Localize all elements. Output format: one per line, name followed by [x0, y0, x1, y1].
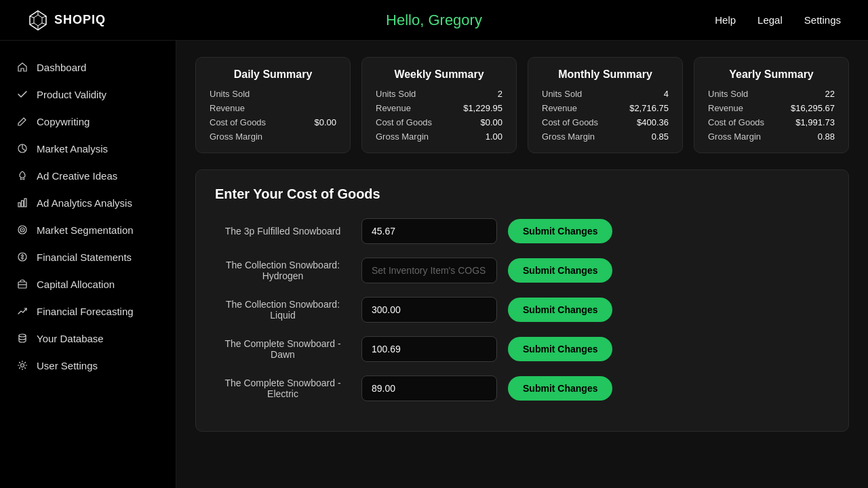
cog-input-complete-dawn[interactable]	[361, 336, 497, 362]
sidebar-item-product-validity[interactable]: Product Validity	[0, 81, 176, 107]
yearly-margin-value: 0.88	[818, 131, 835, 142]
weekly-summary-card: Weekly Summary Units Sold 2 Revenue $1,2…	[361, 57, 517, 153]
cog-label-complete-electric: The Complete Snowboard - Electric	[215, 378, 351, 399]
sidebar-item-user-settings[interactable]: User Settings	[0, 352, 176, 378]
monthly-revenue-label: Revenue	[542, 103, 577, 113]
daily-units-label: Units Sold	[210, 89, 250, 99]
yearly-margin-label: Gross Margin	[708, 131, 761, 142]
weekly-units-value: 2	[498, 89, 502, 99]
bar-chart-icon	[16, 197, 28, 209]
logo-text: SHOPIQ	[54, 13, 106, 27]
greeting-text: Hello, Gregory	[386, 12, 482, 29]
sidebar-item-market-analysis[interactable]: Market Analysis	[0, 136, 176, 161]
chart-pie-icon	[16, 142, 28, 155]
monthly-summary-card: Monthly Summary Units Sold 4 Revenue $2,…	[528, 57, 683, 153]
sidebar-item-your-database[interactable]: Your Database	[0, 325, 176, 351]
weekly-margin-value: 1.00	[486, 131, 502, 142]
monthly-cog-row: Cost of Goods $400.36	[542, 117, 669, 127]
svg-marker-1	[34, 15, 42, 26]
weekly-cog-value: $0.00	[480, 117, 502, 127]
svg-line-3	[42, 16, 46, 18]
daily-margin-row: Gross Margin	[210, 131, 336, 142]
sidebar-item-copywriting[interactable]: Copywriting	[0, 108, 176, 134]
check-icon	[16, 88, 28, 100]
sidebar-label-user-settings: User Settings	[37, 360, 98, 371]
monthly-cog-value: $400.36	[637, 117, 669, 127]
monthly-revenue-value: $2,716.75	[629, 103, 669, 113]
monthly-units-label: Units Sold	[542, 89, 582, 99]
weekly-title: Weekly Summary	[376, 68, 502, 81]
sidebar-label-dashboard: Dashboard	[37, 62, 86, 73]
yearly-revenue-label: Revenue	[708, 103, 743, 113]
cog-label-collection-liquid: The Collection Snowboard: Liquid	[215, 299, 351, 321]
cog-panel: Enter Your Cost of Goods The 3p Fulfille…	[195, 169, 849, 432]
sidebar-label-your-database: Your Database	[37, 333, 104, 344]
yearly-title: Yearly Summary	[708, 68, 835, 81]
sidebar-item-capital-allocation[interactable]: Capital Allocation	[0, 271, 176, 297]
app-header: SHOPIQ Hello, Gregory Help Legal Setting…	[0, 0, 868, 41]
cog-input-collection-liquid[interactable]	[361, 297, 497, 323]
submit-btn-complete-electric[interactable]: Submit Changes	[508, 376, 612, 401]
main-content: Daily Summary Units Sold Revenue Cost of…	[176, 41, 868, 488]
sidebar-item-dashboard[interactable]: Dashboard	[0, 54, 176, 80]
sidebar-label-ad-creative-ideas: Ad Creative Ideas	[37, 170, 117, 182]
pencil-icon	[16, 115, 28, 127]
daily-cog-label: Cost of Goods	[210, 117, 266, 127]
submit-btn-collection-liquid[interactable]: Submit Changes	[508, 298, 612, 322]
yearly-margin-row: Gross Margin 0.88	[708, 131, 835, 142]
yearly-units-row: Units Sold 22	[708, 89, 835, 99]
briefcase-icon	[16, 278, 28, 290]
dollar-icon	[16, 251, 28, 263]
sidebar-label-product-validity: Product Validity	[37, 89, 106, 100]
weekly-units-label: Units Sold	[376, 89, 416, 99]
monthly-revenue-row: Revenue $2,716.75	[542, 103, 669, 113]
svg-line-7	[30, 16, 34, 18]
cog-label-3p-fulfilled: The 3p Fulfilled Snowboard	[215, 226, 351, 237]
weekly-revenue-row: Revenue $1,229.95	[376, 103, 502, 113]
cog-row-complete-dawn: The Complete Snowboard - Dawn Submit Cha…	[215, 336, 829, 362]
cog-row-3p-fulfilled: The 3p Fulfilled Snowboard Submit Change…	[215, 218, 829, 244]
app-logo: SHOPIQ	[27, 9, 106, 31]
target-icon	[16, 224, 28, 236]
svg-rect-10	[22, 201, 24, 207]
weekly-revenue-value: $1,229.95	[463, 103, 502, 113]
daily-summary-card: Daily Summary Units Sold Revenue Cost of…	[195, 57, 351, 153]
sidebar-item-financial-forecasting[interactable]: Financial Forecasting	[0, 298, 176, 324]
daily-revenue-row: Revenue	[210, 103, 336, 113]
weekly-margin-label: Gross Margin	[376, 131, 429, 142]
sidebar-label-financial-statements: Financial Statements	[37, 251, 132, 263]
cog-input-collection-hydrogen[interactable]	[361, 258, 497, 283]
svg-point-14	[22, 229, 23, 230]
monthly-margin-label: Gross Margin	[542, 131, 595, 142]
monthly-margin-value: 0.85	[652, 131, 669, 142]
sidebar-item-financial-statements[interactable]: Financial Statements	[0, 244, 176, 270]
sidebar-item-ad-creative-ideas[interactable]: Ad Creative Ideas	[0, 163, 176, 188]
sidebar-item-ad-analytics[interactable]: Ad Analytics Analysis	[0, 190, 176, 216]
daily-units-row: Units Sold	[210, 89, 336, 99]
weekly-revenue-label: Revenue	[376, 103, 411, 113]
gear-icon	[16, 359, 28, 371]
daily-revenue-label: Revenue	[210, 103, 245, 113]
sidebar: Dashboard Product Validity Copywriting M…	[0, 41, 176, 488]
yearly-summary-card: Yearly Summary Units Sold 22 Revenue $16…	[694, 57, 849, 153]
yearly-cog-label: Cost of Goods	[708, 117, 764, 127]
submit-btn-collection-hydrogen[interactable]: Submit Changes	[508, 258, 612, 283]
cog-input-3p-fulfilled[interactable]	[361, 218, 497, 244]
submit-btn-complete-dawn[interactable]: Submit Changes	[508, 337, 612, 361]
cog-label-complete-dawn: The Complete Snowboard - Dawn	[215, 338, 351, 360]
submit-btn-3p-fulfilled[interactable]: Submit Changes	[508, 219, 612, 243]
sidebar-item-market-segmentation[interactable]: Market Segmentation	[0, 217, 176, 243]
weekly-cog-label: Cost of Goods	[376, 117, 432, 127]
sidebar-label-copywriting: Copywriting	[37, 116, 90, 127]
svg-point-18	[19, 334, 26, 337]
cog-panel-title: Enter Your Cost of Goods	[215, 186, 829, 202]
legal-link[interactable]: Legal	[757, 14, 783, 26]
cog-input-complete-electric[interactable]	[361, 375, 497, 401]
cog-label-collection-hydrogen: The Collection Snowboard: Hydrogen	[215, 260, 351, 281]
help-link[interactable]: Help	[715, 14, 736, 26]
settings-link[interactable]: Settings	[804, 14, 841, 26]
trend-icon	[16, 305, 28, 317]
header-nav: Help Legal Settings	[715, 14, 841, 26]
sidebar-label-ad-analytics: Ad Analytics Analysis	[37, 197, 132, 209]
svg-rect-11	[24, 199, 26, 207]
